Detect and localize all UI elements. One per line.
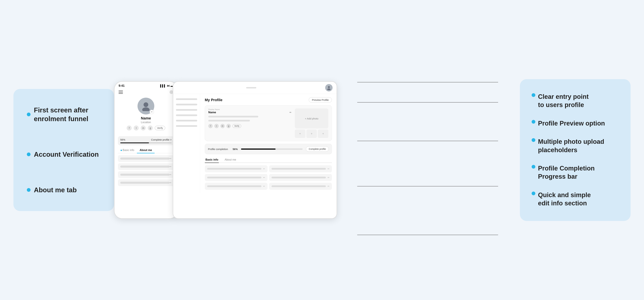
- add-photo-label: + Add photo: [305, 117, 318, 120]
- desktop-info-grid-row-4: ✏: [269, 174, 332, 181]
- phone-profile-section: ✏ Name Location f t in g Verify: [114, 96, 177, 135]
- phone-edit-icon-3[interactable]: ✏: [170, 173, 172, 176]
- desktop-social-row: f t in g Verify: [208, 124, 292, 128]
- right-panel: Clear entry pointto users profile Profil…: [520, 79, 630, 221]
- phone-profile-location: Location: [141, 121, 151, 124]
- birthday-placeholder-bar: [208, 120, 250, 122]
- phone-edit-icon-1[interactable]: ✏: [170, 157, 172, 160]
- desktop-social-linkedin[interactable]: in: [220, 124, 225, 128]
- dot-quick-edit: [532, 191, 535, 195]
- phone-avatar[interactable]: ✏: [138, 98, 154, 114]
- desktop-info-grid-placeholder-1: [207, 168, 262, 170]
- desktop-info-grid-row-6: ✏: [269, 183, 332, 190]
- sidebar-item-6[interactable]: [176, 125, 197, 127]
- signal-bars: ▌▌▌: [160, 84, 166, 87]
- avatar-person-icon: [141, 101, 151, 111]
- desktop-tab-basic-info[interactable]: Basic info: [205, 157, 219, 163]
- annotation-first-screen: First screen afterenrolment funnel: [27, 106, 100, 123]
- name-edit-icon[interactable]: ✏: [290, 111, 292, 114]
- desktop-grid-edit-icon-5[interactable]: ✏: [263, 185, 265, 188]
- svg-point-8: [144, 102, 148, 107]
- desktop-social-facebook[interactable]: f: [208, 124, 213, 128]
- desktop-sidebar: [173, 94, 200, 193]
- avatar-edit-button[interactable]: ✏: [150, 110, 154, 114]
- social-icon-google[interactable]: g: [148, 126, 153, 131]
- desktop-info-grid-placeholder-2: [272, 168, 326, 170]
- label-about-me-tab: About me tab: [34, 186, 77, 194]
- svg-point-11: [327, 88, 330, 90]
- desktop-grid-edit-icon-3[interactable]: ✏: [263, 176, 265, 179]
- desktop-photo-thumb-3[interactable]: +: [318, 130, 328, 138]
- sidebar-item-4[interactable]: [176, 114, 197, 116]
- plus-icon-2: +: [311, 132, 312, 136]
- label-profile-completion: Profile CompletionProgress bar: [538, 164, 619, 181]
- desktop-verify-button[interactable]: Verify: [232, 124, 241, 128]
- desktop-grid-edit-icon-1[interactable]: ✏: [263, 167, 265, 170]
- desktop-social-google[interactable]: g: [226, 124, 231, 128]
- desktop-photo-thumb-1[interactable]: +: [295, 130, 306, 138]
- social-icon-linkedin[interactable]: in: [141, 126, 146, 131]
- desktop-progress-track: [241, 148, 302, 150]
- phone-info-placeholder-3: [120, 174, 170, 176]
- name-text: Name: [208, 111, 216, 114]
- left-panel: First screen afterenrolment funnel Accou…: [14, 89, 114, 211]
- nav-placeholder-1: [246, 87, 256, 88]
- page-wrapper: First screen afterenrolment funnel Accou…: [0, 0, 644, 300]
- desktop-body: My Profile Preview Profile Display Name …: [173, 94, 336, 193]
- desktop-avatar-icon: [326, 85, 331, 90]
- desktop-preview-profile-button[interactable]: Preview Profile: [309, 97, 332, 103]
- dot-clear-entry: [532, 93, 535, 97]
- desktop-completion-pct: 56%: [232, 148, 238, 151]
- desktop-main: My Profile Preview Profile Display Name …: [200, 94, 336, 193]
- social-icon-facebook[interactable]: f: [126, 126, 132, 131]
- phone-tab-basic-info[interactable]: Basic info: [118, 147, 137, 153]
- phone-completion-header: 56% Complete profile >: [120, 138, 172, 141]
- desktop-info-grid-placeholder-3: [207, 177, 262, 178]
- annotation-profile-completion: Profile CompletionProgress bar: [532, 164, 619, 181]
- phone-complete-profile-link[interactable]: Complete profile >: [151, 138, 172, 141]
- dot-profile-completion: [532, 165, 535, 169]
- desktop-top-bar: [173, 82, 336, 94]
- annotation-account-verification: Account Verification: [27, 150, 100, 159]
- tab-dot: [120, 150, 122, 151]
- desktop-grid-edit-icon-2[interactable]: ✏: [328, 167, 330, 170]
- desktop-progress-fill: [241, 148, 276, 150]
- hamburger-icon[interactable]: [118, 91, 123, 94]
- desktop-info-grid-row-5: ✏: [205, 183, 268, 190]
- sidebar-item-2[interactable]: [176, 104, 197, 105]
- desktop-profile-info-card: Display Name Name ✏ f t in g: [205, 105, 332, 141]
- sidebar-item-1[interactable]: [176, 98, 197, 100]
- desktop-tab-about-me[interactable]: About me: [224, 157, 237, 163]
- desktop-tabs: Basic info About me: [205, 157, 332, 163]
- phone-edit-icon-2[interactable]: ✏: [170, 165, 172, 168]
- phone-tab-about-me[interactable]: About me: [137, 147, 155, 153]
- desktop-avatar[interactable]: [325, 84, 332, 91]
- desktop-info-grid-placeholder-4: [272, 177, 326, 178]
- location-placeholder-bar: [208, 116, 258, 117]
- social-icon-twitter[interactable]: t: [134, 126, 139, 131]
- desktop-mockup: My Profile Preview Profile Display Name …: [173, 81, 337, 219]
- annotation-profile-preview: Profile Preview option: [532, 119, 619, 128]
- desktop-profile-form-fields: Display Name Name ✏ f t in g: [208, 108, 292, 138]
- desktop-grid-edit-icon-4[interactable]: ✏: [328, 176, 330, 179]
- desktop-info-grid: ✏ ✏ ✏ ✏: [205, 165, 332, 190]
- phone-verify-button[interactable]: Verify: [155, 126, 165, 130]
- sidebar-item-3[interactable]: [176, 109, 197, 111]
- label-clear-entry: Clear entry pointto users profile: [538, 93, 619, 109]
- svg-point-9: [142, 107, 150, 111]
- desktop-completion-bar: Profile completion 56% Complete profile: [205, 144, 332, 154]
- phone-info-placeholder-4: [120, 182, 170, 184]
- desktop-complete-profile-button[interactable]: Complete profile: [306, 146, 329, 152]
- dot-profile-preview: [532, 120, 535, 124]
- label-profile-preview: Profile Preview option: [538, 119, 619, 128]
- phone-edit-icon-4[interactable]: ✏: [170, 181, 172, 184]
- desktop-grid-edit-icon-6[interactable]: ✏: [328, 185, 330, 188]
- desktop-photo-thumb-2[interactable]: +: [306, 130, 317, 138]
- desktop-add-photo-main[interactable]: + Add photo: [295, 108, 328, 129]
- desktop-info-grid-row-3: ✏: [205, 174, 268, 181]
- sidebar-item-5[interactable]: [176, 120, 197, 122]
- desktop-social-twitter[interactable]: t: [214, 124, 219, 128]
- phone-progress-fill: [120, 142, 149, 143]
- desktop-completion-label: Profile completion: [208, 148, 228, 151]
- annotation-about-me-tab: About me tab: [27, 186, 100, 194]
